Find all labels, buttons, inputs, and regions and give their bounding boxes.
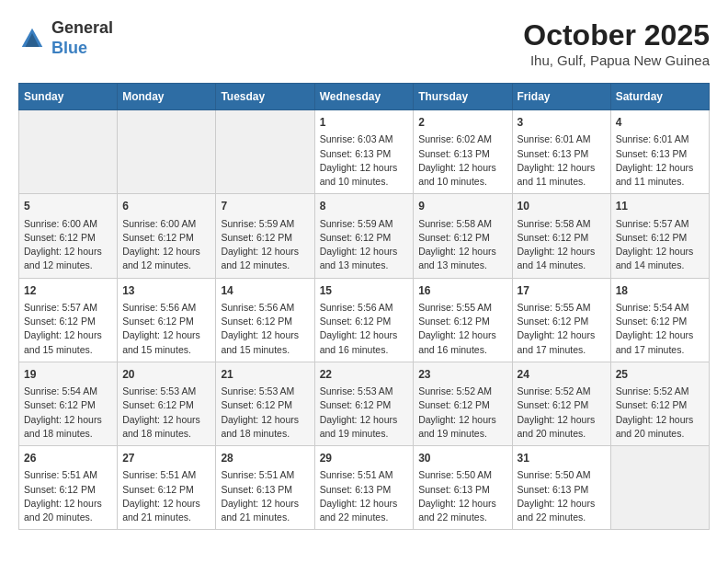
table-row: 9Sunrise: 5:58 AMSunset: 6:12 PMDaylight… <box>414 194 512 278</box>
sunrise-text: Sunrise: 5:56 AM <box>122 302 196 313</box>
table-row: 16Sunrise: 5:55 AMSunset: 6:12 PMDayligh… <box>414 278 512 362</box>
sunrise-text: Sunrise: 6:01 AM <box>616 133 689 144</box>
sunset-text: Sunset: 6:12 PM <box>418 399 490 410</box>
table-row <box>118 110 216 194</box>
logo-line2: Blue <box>51 39 87 57</box>
sunset-text: Sunset: 6:12 PM <box>418 316 490 327</box>
daylight-text: Daylight: 12 hours and 22 minutes. <box>320 498 398 523</box>
daylight-text: Daylight: 12 hours and 19 minutes. <box>320 414 398 439</box>
table-row <box>216 110 314 194</box>
sunrise-text: Sunrise: 6:03 AM <box>320 133 393 144</box>
calendar-week-row: 26Sunrise: 5:51 AMSunset: 6:12 PMDayligh… <box>19 446 710 530</box>
sunrise-text: Sunrise: 5:53 AM <box>320 385 393 396</box>
calendar-week-row: 12Sunrise: 5:57 AMSunset: 6:12 PMDayligh… <box>19 278 710 362</box>
sunrise-text: Sunrise: 5:56 AM <box>221 302 294 313</box>
table-row: 17Sunrise: 5:55 AMSunset: 6:12 PMDayligh… <box>512 278 610 362</box>
sunset-text: Sunset: 6:12 PM <box>320 399 392 410</box>
day-number: 4 <box>616 115 704 131</box>
calendar-header-row: Sunday Monday Tuesday Wednesday Thursday… <box>19 84 710 110</box>
daylight-text: Daylight: 12 hours and 12 minutes. <box>122 246 200 270</box>
calendar-week-row: 5Sunrise: 6:00 AMSunset: 6:12 PMDaylight… <box>19 194 710 278</box>
calendar-table: Sunday Monday Tuesday Wednesday Thursday… <box>18 83 710 530</box>
sunrise-text: Sunrise: 5:57 AM <box>24 302 97 313</box>
day-number: 20 <box>122 367 210 383</box>
sunrise-text: Sunrise: 5:50 AM <box>418 469 492 480</box>
sunset-text: Sunset: 6:12 PM <box>418 232 490 243</box>
day-number: 22 <box>320 367 409 383</box>
sunset-text: Sunset: 6:13 PM <box>518 484 589 495</box>
sunrise-text: Sunrise: 5:53 AM <box>122 385 196 396</box>
day-number: 7 <box>221 199 309 214</box>
table-row: 5Sunrise: 6:00 AMSunset: 6:12 PMDaylight… <box>19 194 118 278</box>
daylight-text: Daylight: 12 hours and 10 minutes. <box>418 162 496 187</box>
day-number: 18 <box>616 283 704 299</box>
sunset-text: Sunset: 6:12 PM <box>616 316 688 327</box>
sunset-text: Sunset: 6:12 PM <box>122 399 194 410</box>
col-wednesday: Wednesday <box>314 84 414 110</box>
table-row <box>610 446 709 530</box>
col-tuesday: Tuesday <box>216 84 314 110</box>
page-title: October 2025 <box>523 18 710 52</box>
table-row: 15Sunrise: 5:56 AMSunset: 6:12 PMDayligh… <box>314 278 414 362</box>
daylight-text: Daylight: 12 hours and 14 minutes. <box>616 246 694 270</box>
sunset-text: Sunset: 6:13 PM <box>418 484 490 495</box>
day-number: 11 <box>616 199 704 214</box>
logo-text: General Blue <box>51 18 113 58</box>
table-row: 22Sunrise: 5:53 AMSunset: 6:12 PMDayligh… <box>314 362 414 445</box>
sunrise-text: Sunrise: 5:53 AM <box>221 385 294 396</box>
table-row: 11Sunrise: 5:57 AMSunset: 6:12 PMDayligh… <box>610 194 709 278</box>
col-saturday: Saturday <box>610 84 709 110</box>
sunset-text: Sunset: 6:12 PM <box>24 232 96 243</box>
day-number: 23 <box>418 367 506 383</box>
sunrise-text: Sunrise: 5:55 AM <box>418 302 492 313</box>
sunset-text: Sunset: 6:12 PM <box>122 484 194 495</box>
table-row: 7Sunrise: 5:59 AMSunset: 6:12 PMDaylight… <box>216 194 314 278</box>
sunset-text: Sunset: 6:12 PM <box>24 399 96 410</box>
table-row: 10Sunrise: 5:58 AMSunset: 6:12 PMDayligh… <box>512 194 610 278</box>
sunrise-text: Sunrise: 6:02 AM <box>418 133 492 144</box>
day-number: 8 <box>320 199 409 214</box>
sunrise-text: Sunrise: 5:51 AM <box>24 469 97 480</box>
logo-icon <box>18 25 46 52</box>
day-number: 1 <box>320 115 409 131</box>
sunset-text: Sunset: 6:12 PM <box>122 232 194 243</box>
table-row: 2Sunrise: 6:02 AMSunset: 6:13 PMDaylight… <box>414 110 512 194</box>
table-row: 23Sunrise: 5:52 AMSunset: 6:12 PMDayligh… <box>414 362 512 445</box>
day-number: 12 <box>24 283 112 299</box>
daylight-text: Daylight: 12 hours and 19 minutes. <box>418 414 496 439</box>
daylight-text: Daylight: 12 hours and 15 minutes. <box>24 329 102 354</box>
daylight-text: Daylight: 12 hours and 18 minutes. <box>122 414 200 439</box>
daylight-text: Daylight: 12 hours and 20 minutes. <box>616 414 694 439</box>
daylight-text: Daylight: 12 hours and 11 minutes. <box>518 162 596 187</box>
sunrise-text: Sunrise: 5:52 AM <box>616 385 689 396</box>
day-number: 26 <box>24 451 112 466</box>
sunset-text: Sunset: 6:12 PM <box>518 399 589 410</box>
sunset-text: Sunset: 6:13 PM <box>320 484 392 495</box>
day-number: 31 <box>518 451 606 466</box>
daylight-text: Daylight: 12 hours and 20 minutes. <box>24 498 102 523</box>
day-number: 5 <box>24 199 112 214</box>
sunset-text: Sunset: 6:12 PM <box>518 316 589 327</box>
sunrise-text: Sunrise: 5:57 AM <box>616 218 689 229</box>
table-row: 27Sunrise: 5:51 AMSunset: 6:12 PMDayligh… <box>118 446 216 530</box>
day-number: 17 <box>518 283 606 299</box>
table-row: 31Sunrise: 5:50 AMSunset: 6:13 PMDayligh… <box>512 446 610 530</box>
day-number: 28 <box>221 451 309 466</box>
sunset-text: Sunset: 6:13 PM <box>616 148 688 159</box>
table-row: 12Sunrise: 5:57 AMSunset: 6:12 PMDayligh… <box>19 278 118 362</box>
day-number: 19 <box>24 367 112 383</box>
table-row: 18Sunrise: 5:54 AMSunset: 6:12 PMDayligh… <box>610 278 709 362</box>
daylight-text: Daylight: 12 hours and 18 minutes. <box>24 414 102 439</box>
table-row: 3Sunrise: 6:01 AMSunset: 6:13 PMDaylight… <box>512 110 610 194</box>
logo: General Blue <box>18 18 113 58</box>
col-sunday: Sunday <box>19 84 118 110</box>
sunrise-text: Sunrise: 5:54 AM <box>616 302 689 313</box>
table-row: 26Sunrise: 5:51 AMSunset: 6:12 PMDayligh… <box>19 446 118 530</box>
table-row: 14Sunrise: 5:56 AMSunset: 6:12 PMDayligh… <box>216 278 314 362</box>
table-row: 1Sunrise: 6:03 AMSunset: 6:13 PMDaylight… <box>314 110 414 194</box>
day-number: 14 <box>221 283 309 299</box>
daylight-text: Daylight: 12 hours and 15 minutes. <box>122 329 200 354</box>
logo-line1: General <box>51 18 113 37</box>
day-number: 30 <box>418 451 506 466</box>
col-thursday: Thursday <box>414 84 512 110</box>
